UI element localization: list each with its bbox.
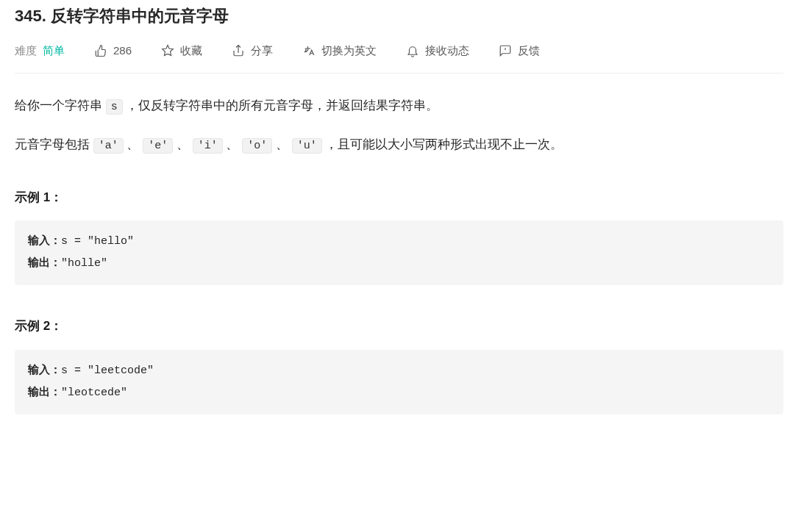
example-1-output: "holle" bbox=[61, 257, 107, 270]
example-1-block: 输入：s = "hello" 输出："holle" bbox=[15, 220, 783, 285]
example-2-title: 示例 2： bbox=[15, 316, 783, 336]
translate-button[interactable]: 切换为英文 bbox=[302, 42, 377, 60]
description-p1: 给你一个字符串 s ，仅反转字符串中的所有元音字母，并返回结果字符串。 bbox=[15, 94, 783, 118]
input-label: 输入： bbox=[28, 235, 61, 248]
text: 、 bbox=[177, 137, 189, 151]
problem-content: 给你一个字符串 s ，仅反转字符串中的所有元音字母，并返回结果字符串。 元音字母… bbox=[15, 73, 783, 414]
difficulty-value: 简单 bbox=[43, 42, 65, 60]
text: 、 bbox=[226, 137, 238, 151]
feedback-icon bbox=[499, 44, 512, 57]
example-2-input: s = "leetcode" bbox=[61, 364, 154, 377]
example-2-block: 输入：s = "leetcode" 输出："leotcede" bbox=[15, 350, 783, 414]
text: ，仅反转字符串中的所有元音字母，并返回结果字符串。 bbox=[126, 98, 438, 112]
description-p2: 元音字母包括 'a' 、 'e' 、 'i' 、 'o' 、 'u' ，且可能以… bbox=[15, 133, 783, 157]
like-count: 286 bbox=[113, 42, 132, 60]
meta-bar: 难度 简单 286 收藏 分享 切换为英文 接收动态 反馈 bbox=[15, 42, 783, 73]
translate-label: 切换为英文 bbox=[321, 42, 377, 60]
difficulty-label: 难度 bbox=[15, 42, 37, 60]
code-vowel-i: 'i' bbox=[193, 138, 223, 154]
text: 、 bbox=[127, 137, 139, 151]
favorite-label: 收藏 bbox=[180, 42, 202, 60]
star-icon bbox=[161, 44, 174, 57]
example-1-title: 示例 1： bbox=[15, 187, 783, 207]
translate-icon bbox=[302, 44, 316, 57]
code-vowel-a: 'a' bbox=[93, 138, 124, 154]
example-2-output: "leotcede" bbox=[61, 387, 127, 399]
text: ，且可能以大小写两种形式出现不止一次。 bbox=[325, 137, 563, 151]
text: 元音字母包括 bbox=[15, 137, 93, 151]
text: 给你一个字符串 bbox=[15, 98, 106, 112]
text: 、 bbox=[276, 137, 288, 151]
code-vowel-o: 'o' bbox=[242, 138, 272, 154]
code-vowel-u: 'u' bbox=[292, 138, 322, 154]
share-icon bbox=[232, 44, 245, 57]
feedback-button[interactable]: 反馈 bbox=[499, 42, 540, 60]
favorite-button[interactable]: 收藏 bbox=[161, 42, 202, 60]
example-1-input: s = "hello" bbox=[61, 235, 134, 248]
code-s: s bbox=[106, 99, 123, 115]
output-label: 输出： bbox=[28, 387, 61, 399]
difficulty: 难度 简单 bbox=[15, 42, 65, 60]
input-label: 输入： bbox=[28, 364, 61, 377]
subscribe-label: 接收动态 bbox=[425, 42, 469, 60]
subscribe-button[interactable]: 接收动态 bbox=[406, 42, 469, 60]
bell-icon bbox=[406, 44, 419, 57]
code-vowel-e: 'e' bbox=[143, 138, 173, 154]
output-label: 输出： bbox=[28, 257, 61, 270]
share-label: 分享 bbox=[251, 42, 273, 60]
problem-title: 345. 反转字符串中的元音字母 bbox=[15, 3, 783, 29]
like-button[interactable]: 286 bbox=[94, 42, 132, 60]
feedback-label: 反馈 bbox=[518, 42, 540, 60]
thumbs-up-icon bbox=[94, 44, 107, 57]
share-button[interactable]: 分享 bbox=[232, 42, 273, 60]
